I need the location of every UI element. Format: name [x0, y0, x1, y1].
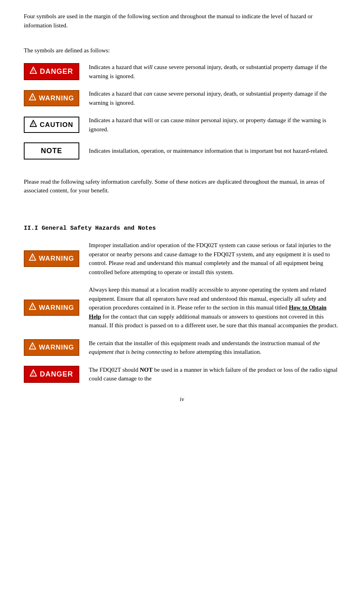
caution-label: CAUTION: [40, 120, 73, 130]
warning-description: Indicates a hazard that can cause severe…: [89, 89, 340, 107]
note-badge: NOTE: [24, 142, 79, 159]
note-symbol-row: NOTE Indicates installation, operation, …: [24, 142, 340, 159]
warning-triangle-icon: !: [29, 93, 36, 104]
safety-intro-paragraph: Please read the following safety informa…: [24, 177, 340, 195]
warning-label: WARNING: [39, 93, 74, 104]
general-warning-1-text: Improper installation and/or operation o…: [89, 241, 340, 277]
svg-text:!: !: [33, 122, 34, 127]
svg-text:!: !: [33, 372, 34, 376]
page-number: iv: [180, 396, 184, 402]
general-warning-1-badge: ! WARNING: [24, 250, 79, 267]
svg-text:!: !: [32, 96, 33, 100]
section-heading: II.I General Safety Hazards and Notes: [24, 224, 340, 233]
warning3-label: WARNING: [39, 342, 74, 353]
danger2-triangle-icon: !: [30, 369, 37, 380]
how-to-obtain-help-link: How to Obtain Help: [89, 304, 326, 320]
caution-triangle-icon: !: [30, 120, 37, 130]
page-footer: iv: [24, 395, 340, 403]
warning1-triangle-icon: !: [29, 254, 36, 264]
warning3-triangle-icon: !: [29, 342, 36, 353]
general-warning-2-row: ! WARNING Always keep this manual at a l…: [24, 285, 340, 330]
danger-symbol-row: ! DANGER Indicates a hazard that will ca…: [24, 63, 340, 81]
general-warning-2-text: Always keep this manual at a location re…: [89, 285, 340, 330]
warning-symbol-row: ! WARNING Indicates a hazard that can ca…: [24, 89, 340, 107]
danger-triangle-icon: !: [30, 66, 37, 77]
warning1-label: WARNING: [39, 254, 74, 264]
general-warning-3-text: Be certain that the installer of this eq…: [89, 339, 340, 357]
danger2-label: DANGER: [40, 369, 73, 380]
warning2-label: WARNING: [39, 303, 74, 313]
note-label: NOTE: [41, 146, 62, 156]
general-warning-2-badge: ! WARNING: [24, 300, 79, 316]
warning-badge: ! WARNING: [24, 90, 79, 107]
svg-text:!: !: [32, 305, 33, 309]
symbols-intro: The symbols are defined as follows:: [24, 46, 340, 55]
caution-description: Indicates a hazard that will or can caus…: [89, 116, 340, 134]
general-warning-1-row: ! WARNING Improper installation and/or o…: [24, 241, 340, 277]
svg-text:!: !: [33, 69, 34, 73]
intro-paragraph-1: Four symbols are used in the margin of t…: [24, 12, 340, 30]
general-danger-row: ! DANGER The FDQ02T should NOT be used i…: [24, 365, 340, 383]
warning2-triangle-icon: !: [29, 303, 36, 313]
svg-text:!: !: [32, 256, 33, 260]
svg-text:!: !: [32, 345, 33, 349]
danger-badge: ! DANGER: [24, 63, 79, 80]
general-warning-3-row: ! WARNING Be certain that the installer …: [24, 339, 340, 357]
general-danger-text: The FDQ02T should NOT be used in a manne…: [89, 365, 340, 383]
note-description: Indicates installation, operation, or ma…: [89, 146, 340, 156]
danger-description: Indicates a hazard that will cause sever…: [89, 63, 340, 81]
danger-label: DANGER: [40, 66, 73, 77]
caution-symbol-row: ! CAUTION Indicates a hazard that will o…: [24, 116, 340, 134]
general-danger-badge: ! DANGER: [24, 366, 79, 383]
caution-badge: ! CAUTION: [24, 117, 79, 133]
general-warning-3-badge: ! WARNING: [24, 339, 79, 356]
